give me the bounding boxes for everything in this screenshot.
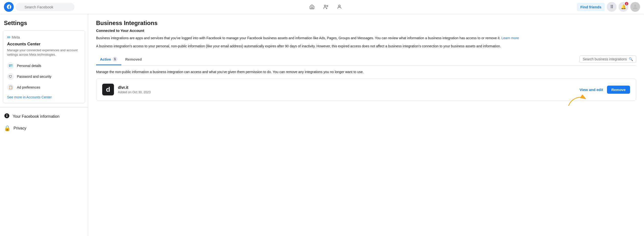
password-security-icon: 🛡: [7, 73, 14, 80]
ad-preferences-label: Ad preferences: [17, 85, 40, 89]
svg-point-1: [327, 6, 328, 7]
integration-logo: d: [102, 84, 114, 95]
search-integrations-input[interactable]: Search business integrations 🔍: [580, 56, 636, 63]
ad-preferences-icon: 📋: [7, 84, 14, 91]
sidebar-item-facebook-information[interactable]: Your Facebook information: [0, 110, 88, 123]
apps-grid-button[interactable]: ⠿: [607, 2, 616, 12]
personal-details-icon: 🪪: [7, 62, 14, 69]
notification-badge: 2: [624, 2, 629, 6]
view-edit-link[interactable]: View and edit: [580, 88, 603, 92]
accounts-center-card: ∞ Meta Accounts Center Manage your conne…: [3, 31, 85, 103]
search-input[interactable]: [16, 3, 74, 11]
find-friends-button[interactable]: Find friends: [577, 3, 605, 11]
tab-active-label: Active: [100, 57, 111, 61]
password-security-label: Password and security: [17, 75, 52, 79]
profile-nav-button[interactable]: [334, 1, 345, 13]
top-navigation: 🔍 Find friends ⠿ 🔔 2: [0, 0, 644, 14]
sidebar-divider: [0, 107, 88, 107]
main-content: Business Integrations Connected to Your …: [88, 14, 644, 236]
arrow-annotation: [567, 95, 587, 108]
search-wrapper: 🔍: [16, 3, 74, 11]
tab-active-badge: 1: [112, 57, 118, 62]
svg-point-2: [338, 5, 340, 7]
user-avatar-button[interactable]: [630, 2, 640, 12]
privacy-label: Privacy: [14, 126, 26, 130]
integration-info: dlvr.it Added on Oct 30, 2023: [118, 85, 576, 94]
learn-more-link[interactable]: Learn more: [502, 36, 519, 40]
sidebar-title: Settings: [0, 18, 88, 31]
search-integrations-placeholder: Search business integrations: [583, 57, 627, 61]
facebook-info-icon: [4, 113, 10, 120]
nav-center-icons: [74, 1, 577, 13]
accounts-center-description: Manage your connected experiences and ac…: [7, 48, 81, 57]
meta-logo-icon: ∞: [7, 35, 10, 40]
personal-details-label: Personal details: [17, 64, 42, 68]
manage-text: Manage the non-public information a busi…: [96, 69, 636, 75]
section-subtitle: Connected to Your Account: [96, 29, 636, 33]
sidebar-item-personal-details[interactable]: 🪪 Personal details: [7, 60, 81, 71]
page-heading: Business Integrations: [96, 20, 636, 27]
tab-removed[interactable]: Removed: [121, 54, 146, 65]
facebook-information-label: Your Facebook information: [13, 114, 60, 119]
home-nav-button[interactable]: [306, 1, 318, 13]
search-integrations-icon: 🔍: [629, 57, 633, 61]
remove-button[interactable]: Remove: [607, 86, 630, 94]
notification-wrapper: 🔔 2: [618, 2, 628, 12]
tab-removed-label: Removed: [125, 57, 142, 61]
tabs-left: Active 1 Removed: [96, 54, 146, 65]
description-1: Business integrations are apps and servi…: [96, 36, 636, 41]
svg-point-3: [634, 5, 636, 7]
integration-date: Added on Oct 30, 2023: [118, 90, 576, 94]
integration-card-dlvr-it: d dlvr.it Added on Oct 30, 2023 View and…: [96, 79, 636, 101]
accounts-center-title: Accounts Center: [7, 42, 81, 47]
privacy-icon: 🔒: [4, 125, 10, 131]
friends-nav-button[interactable]: [320, 1, 332, 13]
tabs-row: Active 1 Removed Search business integra…: [96, 54, 636, 66]
sidebar-item-ad-preferences[interactable]: 📋 Ad preferences: [7, 82, 81, 93]
integration-name: dlvr.it: [118, 85, 576, 90]
facebook-logo[interactable]: [4, 2, 14, 12]
sidebar-item-privacy[interactable]: 🔒 Privacy: [0, 123, 88, 134]
topnav-right: Find friends ⠿ 🔔 2: [577, 2, 640, 12]
meta-label: Meta: [12, 35, 20, 39]
tab-active[interactable]: Active 1: [96, 54, 121, 65]
see-more-accounts-center-link[interactable]: See more in Accounts Center: [7, 95, 81, 99]
integration-actions: View and edit Remove: [580, 86, 630, 94]
description-2: A business integration's access to your …: [96, 44, 636, 49]
sidebar-item-password-security[interactable]: 🛡 Password and security: [7, 71, 81, 82]
page-layout: Settings ∞ Meta Accounts Center Manage y…: [0, 14, 644, 236]
svg-point-0: [324, 5, 326, 7]
meta-logo-row: ∞ Meta: [7, 35, 81, 40]
sidebar: Settings ∞ Meta Accounts Center Manage y…: [0, 14, 88, 236]
